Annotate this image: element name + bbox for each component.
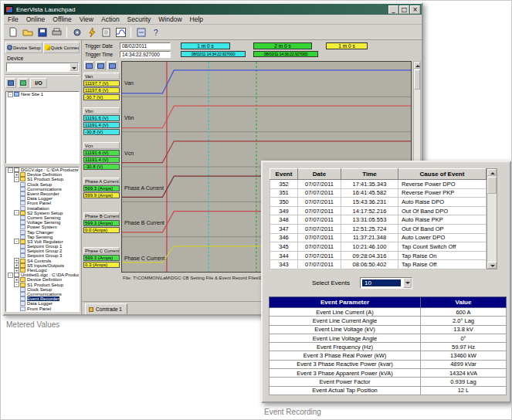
event-row[interactable]: 34807/07/201113:31:05.553Auto Raise PKP [270, 215, 487, 225]
event-row[interactable]: 35107/07/201116:41:45.582Reverse Power P… [270, 188, 487, 198]
event-row[interactable]: 34307/07/201108:06:50.402Tap Raise Off [270, 260, 487, 269]
save-icon[interactable] [36, 26, 49, 39]
menu-item-security[interactable]: Security [124, 15, 155, 23]
menu-item-file[interactable]: File [4, 15, 22, 23]
collapse-icon[interactable]: - [8, 273, 13, 278]
file-tree-item[interactable]: Installation [6, 311, 79, 312]
channel-block: Phase C Current599.3 (Amps)0.3 (Amps) [83, 247, 120, 268]
menu-item-help[interactable]: Help [186, 15, 207, 23]
leaf-icon [20, 292, 25, 296]
param-cell: Event 3 Phase Reactive Power (kvar) [270, 360, 421, 368]
leaf-icon [20, 244, 25, 249]
leaf-icon [20, 296, 25, 301]
leaf-icon [20, 311, 25, 312]
event-parameter-table: Event ParameterValue Event Line Current … [269, 296, 507, 395]
event-table-scrollbar[interactable] [487, 168, 497, 269]
trigger-time-field[interactable]: 14:34:22.927000 [120, 51, 171, 58]
event-row[interactable]: 34507/07/201110:21:46.100Tap Count Switc… [270, 242, 487, 252]
settings-icon[interactable] [134, 26, 147, 39]
marker-duration-box[interactable]: 2 m 0 s [253, 42, 312, 49]
event-cell: 16:41:45.582 [341, 188, 398, 198]
scroll-down-icon[interactable] [487, 262, 497, 269]
collapse-icon[interactable]: - [14, 210, 19, 215]
event-column-header[interactable]: Time [341, 169, 398, 180]
collapse-icon[interactable]: - [14, 177, 19, 182]
event-row[interactable]: 34407/07/201109:28:04.316Tap Raise On [270, 251, 487, 260]
event-row[interactable]: 34707/07/201112:51:25.724Out Of Band OP [270, 224, 487, 233]
menu-item-view[interactable]: View [76, 15, 97, 23]
collapse-icon[interactable]: - [8, 168, 13, 173]
param-cell: 600 A [421, 308, 507, 317]
zoom-in-icon[interactable] [84, 61, 94, 70]
caption-event-recording: Event Recording [264, 408, 321, 416]
open-file-icon[interactable] [21, 26, 34, 39]
device-setup-icon[interactable] [70, 26, 83, 39]
title-bar[interactable]: EnerVista Launchpad _ □ × [4, 4, 422, 15]
trigger-date-field[interactable]: 08/02/2011 [120, 42, 171, 49]
chevron-down-icon[interactable] [403, 278, 412, 288]
marker-timestamp-box: 08/02/11 14:34:22.927000 [181, 51, 246, 57]
event-column-header[interactable]: Event [270, 169, 298, 180]
site-icon[interactable] [5, 78, 16, 88]
scroll-up-icon[interactable] [487, 169, 497, 176]
event-cell: Out Of Band DPO [398, 206, 487, 215]
report-icon[interactable] [100, 26, 113, 39]
event-row[interactable]: 35207/07/201117:41:35.343Reverse Power D… [270, 180, 487, 189]
menu-item-action[interactable]: Action [97, 15, 124, 23]
event-cell: 07/07/2011 [298, 251, 341, 260]
io-button[interactable]: I/O [30, 78, 47, 88]
select-events-dropdown[interactable]: 10 [360, 277, 412, 289]
collapse-icon[interactable]: - [14, 282, 19, 287]
event-cell: 07/07/2011 [298, 180, 341, 189]
device-dropdown[interactable] [6, 63, 79, 72]
scroll-up-icon[interactable] [414, 62, 420, 69]
collapse-icon[interactable]: - [8, 92, 13, 97]
help-icon[interactable]: ? [149, 26, 162, 39]
event-cell: 07/07/2011 [298, 242, 341, 252]
minimize-icon[interactable]: _ [388, 5, 398, 14]
plot-channel-label: Vbn [124, 115, 134, 120]
event-cell: 08:06:50.402 [341, 260, 398, 269]
marker-duration-box[interactable]: 1 m 0 s [181, 42, 230, 49]
menu-item-window[interactable]: Window [154, 15, 185, 23]
event-cell: 17:41:35.343 [341, 180, 398, 189]
site-tree-item[interactable]: -New Site 1 [6, 92, 79, 97]
param-cell: Event Frequency (Hz) [270, 343, 421, 351]
scrollbar-thumb[interactable] [414, 69, 420, 90]
tab-comtrade-1[interactable]: Comtrade 1 [85, 303, 127, 314]
quick-connect-button[interactable]: Quick Connect [43, 42, 80, 53]
new-file-icon[interactable] [6, 26, 19, 39]
param-cell: 4899 kVar [421, 360, 507, 368]
file-tree-label: Untitled1.dgc : C:\DA Products\DG [21, 273, 80, 277]
leaf-icon [20, 249, 25, 253]
menu-item-online[interactable]: Online [22, 15, 49, 23]
trigger-time-label: Trigger Time [85, 52, 117, 57]
device-tree-icon[interactable] [18, 78, 29, 88]
quick-connect-icon[interactable] [85, 26, 98, 39]
chevron-down-icon[interactable] [70, 63, 78, 71]
restore-view-icon[interactable] [107, 61, 117, 70]
print-icon[interactable] [50, 26, 63, 39]
menu-item-offline[interactable]: Offline [49, 15, 75, 23]
event-row[interactable]: 35007/07/201115:43:36.231Auto Raise DPO [270, 198, 487, 207]
channel-block: Vbn11191.6 (V)11191.4 (V)-30.8 (V) [83, 107, 120, 135]
zoom-out-icon[interactable] [96, 61, 106, 70]
event-column-header[interactable]: Cause of Event [398, 169, 487, 180]
maximize-icon[interactable]: □ [399, 5, 409, 14]
marker-duration-box[interactable]: 1 m 0 s [326, 42, 368, 49]
event-cell: 07/07/2011 [298, 188, 341, 198]
device-setup-button[interactable]: Device Setup [5, 42, 42, 53]
event-column-header[interactable]: Date [298, 169, 341, 180]
close-icon[interactable]: × [410, 5, 420, 14]
collapse-icon[interactable]: - [14, 239, 19, 244]
event-row[interactable]: 34607/07/201111:37:21.348Auto Lower DPO [270, 233, 487, 242]
leaf-icon [20, 220, 25, 225]
file-tree-label: S5 Inputs/Outputs [27, 263, 64, 268]
event-row[interactable]: 34907/07/201114:17:52.216Out Of Band DPO [270, 206, 487, 215]
event-cell: Auto Raise DPO [398, 198, 487, 207]
folder-icon [20, 211, 25, 215]
event-cell: Reverse Power DPO [398, 180, 487, 189]
param-cell: Event Line Current Angle [270, 317, 421, 325]
waveform-viewer-icon[interactable] [114, 26, 127, 39]
scrollbar-thumb[interactable] [487, 177, 497, 194]
